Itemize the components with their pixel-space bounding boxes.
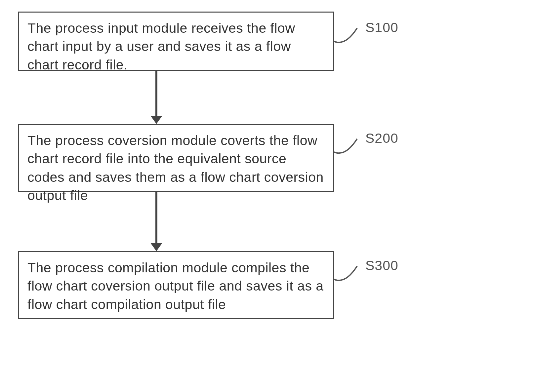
step-label-text: S200	[365, 131, 398, 146]
step-label-text: S300	[365, 258, 398, 273]
connector-curve-icon	[334, 137, 364, 160]
process-step-s200: The process coversion module coverts the…	[18, 124, 334, 192]
flow-arrow-icon	[155, 71, 157, 116]
step-label-s200: S200	[365, 131, 398, 146]
flowchart-container: The process input module receives the fl…	[0, 0, 533, 392]
connector-curve-icon	[334, 264, 364, 288]
connector-curve-icon	[334, 26, 364, 50]
process-step-text: The process coversion module coverts the…	[27, 133, 324, 203]
process-step-text: The process compilation module compiles …	[27, 260, 324, 312]
step-label-text: S100	[365, 20, 398, 35]
step-label-s100: S100	[365, 20, 398, 35]
arrow-head-icon	[150, 116, 162, 124]
arrow-shaft	[155, 192, 157, 243]
process-step-s300: The process compilation module compiles …	[18, 251, 334, 319]
flow-arrow-icon	[155, 192, 157, 243]
process-step-text: The process input module receives the fl…	[27, 20, 295, 72]
process-step-s100: The process input module receives the fl…	[18, 12, 334, 71]
arrow-head-icon	[150, 243, 162, 251]
arrow-shaft	[155, 71, 157, 116]
step-label-s300: S300	[365, 258, 398, 273]
